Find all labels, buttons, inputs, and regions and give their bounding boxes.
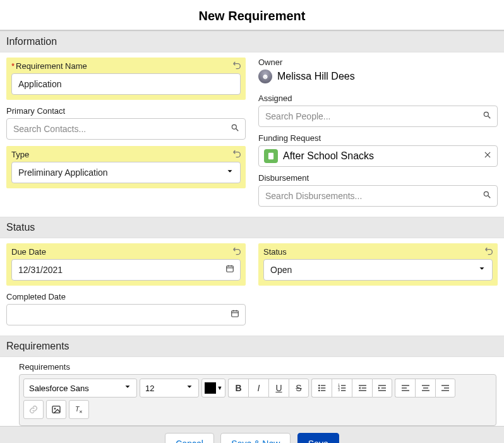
undo-icon[interactable] bbox=[232, 59, 242, 72]
section-header-status: Status bbox=[0, 217, 504, 238]
type-select[interactable]: Preliminary Application bbox=[11, 162, 241, 183]
search-icon bbox=[483, 190, 491, 202]
section-header-requirements: Requirements bbox=[0, 336, 504, 357]
save-and-new-button[interactable]: Save & New bbox=[220, 433, 291, 443]
label-requirement-name: *Requirement Name bbox=[11, 61, 241, 71]
rte-size-select[interactable]: 12 bbox=[140, 379, 199, 397]
search-icon bbox=[231, 123, 239, 135]
owner-name: Melissa Hill Dees bbox=[277, 71, 355, 82]
field-primary-contact: Primary Contact bbox=[6, 106, 246, 140]
rte-outdent-button[interactable] bbox=[352, 379, 372, 397]
primary-contact-input[interactable] bbox=[6, 118, 246, 140]
label-funding-request: Funding Request bbox=[258, 133, 498, 143]
due-date-input[interactable] bbox=[11, 259, 241, 281]
funding-request-value: After School Snacks bbox=[283, 150, 374, 162]
label-type: Type bbox=[11, 150, 241, 159]
calendar-icon[interactable] bbox=[225, 264, 234, 276]
rte-indent-button[interactable] bbox=[372, 379, 392, 397]
rte-color-picker[interactable]: ▼ bbox=[201, 379, 225, 397]
rte-font-select[interactable]: Salesforce Sans bbox=[23, 379, 137, 397]
section-header-information: Information bbox=[0, 31, 504, 52]
rte-align-right-button[interactable] bbox=[435, 379, 455, 397]
label-due-date: Due Date bbox=[11, 247, 241, 257]
field-assigned: Assigned bbox=[258, 94, 498, 127]
close-icon[interactable] bbox=[483, 150, 492, 162]
rte-clear-format-button[interactable] bbox=[69, 400, 89, 419]
rte-align-left-button[interactable] bbox=[395, 379, 415, 397]
disbursement-input[interactable] bbox=[258, 185, 498, 207]
save-button[interactable]: Save bbox=[297, 433, 339, 443]
rte-strike-button[interactable]: S bbox=[289, 379, 309, 397]
field-due-date: Due Date bbox=[6, 243, 246, 286]
footer: Cancel Save & New Save bbox=[0, 426, 504, 443]
field-funding-request: Funding Request After School Snacks bbox=[258, 133, 498, 167]
undo-icon[interactable] bbox=[232, 245, 242, 258]
rich-text-editor: Salesforce Sans 12 ▼ B I U S bbox=[19, 374, 496, 426]
funding-request-pill[interactable]: After School Snacks bbox=[258, 145, 498, 167]
record-icon bbox=[264, 149, 278, 163]
requirement-name-input[interactable] bbox=[11, 73, 241, 95]
assigned-input[interactable] bbox=[258, 106, 498, 127]
rte-link-button[interactable] bbox=[23, 400, 44, 419]
rte-bold-button[interactable]: B bbox=[228, 379, 248, 397]
field-type: Type Preliminary Application bbox=[6, 146, 246, 188]
label-requirements: Requirements bbox=[19, 362, 496, 372]
completed-date-input[interactable] bbox=[6, 304, 246, 325]
page-title: New Requirement bbox=[0, 0, 504, 31]
undo-icon[interactable] bbox=[484, 245, 494, 258]
calendar-icon[interactable] bbox=[231, 309, 239, 320]
rte-align-center-button[interactable] bbox=[415, 379, 435, 397]
label-assigned: Assigned bbox=[258, 94, 498, 103]
field-owner: Owner ☻ Melissa Hill Dees bbox=[258, 58, 498, 83]
field-status: Status Open bbox=[258, 243, 498, 286]
label-primary-contact: Primary Contact bbox=[6, 106, 246, 116]
label-completed-date: Completed Date bbox=[6, 292, 246, 301]
cancel-button[interactable]: Cancel bbox=[165, 433, 214, 443]
rte-image-button[interactable] bbox=[46, 400, 66, 419]
search-icon bbox=[483, 111, 491, 122]
owner-avatar: ☻ bbox=[258, 70, 272, 83]
label-owner: Owner bbox=[258, 58, 498, 67]
rte-numbered-button[interactable] bbox=[332, 379, 352, 397]
field-disbursement: Disbursement bbox=[258, 173, 498, 207]
status-select[interactable]: Open bbox=[263, 259, 493, 281]
undo-icon[interactable] bbox=[232, 148, 242, 161]
label-status: Status bbox=[263, 247, 493, 257]
rte-underline-button[interactable]: U bbox=[268, 379, 289, 397]
field-completed-date: Completed Date bbox=[6, 292, 246, 325]
field-requirement-name: *Requirement Name bbox=[6, 58, 246, 100]
rte-bullets-button[interactable] bbox=[311, 379, 332, 397]
label-disbursement: Disbursement bbox=[258, 173, 498, 183]
rte-italic-button[interactable]: I bbox=[248, 379, 268, 397]
